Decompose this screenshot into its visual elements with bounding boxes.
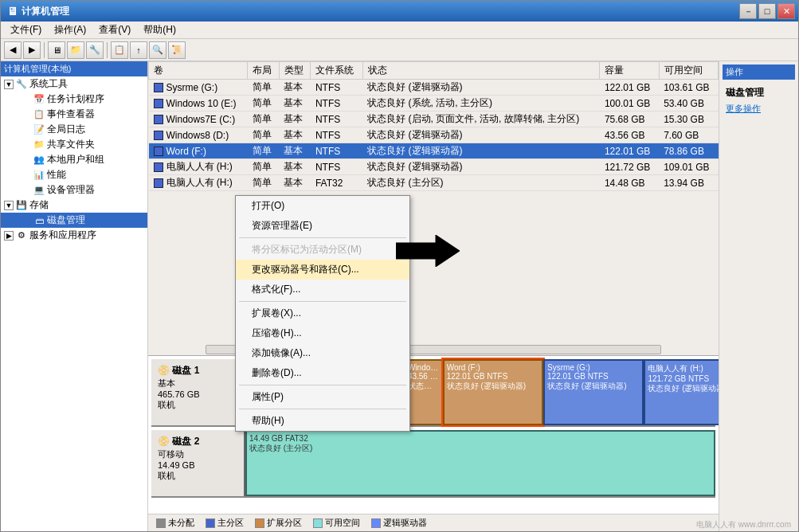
- context-menu-item[interactable]: 属性(P): [236, 387, 409, 407]
- context-menu-item[interactable]: 更改驱动器号和路径(C)...: [236, 260, 409, 280]
- col-status[interactable]: 状态: [362, 62, 600, 80]
- toolbar-btn5[interactable]: ↑: [130, 41, 147, 59]
- table-row[interactable]: Word (F:) 简单 基本 NTFS 状态良好 (逻辑驱动器) 122.01…: [149, 143, 719, 159]
- context-menu-item[interactable]: 帮助(H): [236, 411, 409, 431]
- action-header[interactable]: 操作: [723, 65, 795, 80]
- expand-services[interactable]: ▶: [4, 231, 14, 241]
- legend-extended: 扩展分区: [255, 517, 302, 529]
- partition-box[interactable]: Word (F:)122.01 GB NTFS状态良好 (逻辑驱动器): [443, 359, 543, 425]
- partition-box[interactable]: Sysrme (G:)122.01 GB NTFS状态良好 (逻辑驱动器): [543, 359, 644, 425]
- col-type[interactable]: 类型: [279, 62, 311, 80]
- shared-folders-icon: 📁: [33, 139, 45, 151]
- global-log-icon: 📝: [33, 123, 45, 136]
- toolbar-btn7[interactable]: 📜: [168, 41, 186, 59]
- tree-node-task-scheduler[interactable]: 📅 任务计划程序: [1, 92, 147, 107]
- menu-help[interactable]: 帮助(H): [137, 22, 182, 38]
- col-vol[interactable]: 卷: [149, 62, 248, 80]
- legend-free: 可用空间: [313, 517, 360, 529]
- col-fs[interactable]: 文件系统: [311, 62, 362, 80]
- context-menu-item[interactable]: 压缩卷(H)...: [236, 323, 409, 343]
- disk-table-area: 卷 布局 类型 文件系统 状态 容量 可用空间 Sysrme (G:) 简单 基…: [148, 61, 719, 343]
- disk-name: 📀 磁盘 2: [158, 435, 237, 448]
- tree-node-global-log[interactable]: 📝 全局日志: [1, 122, 147, 137]
- col-capacity[interactable]: 容量: [600, 62, 659, 80]
- cell-vol: Sysrme (G:): [149, 80, 248, 96]
- maximize-button[interactable]: □: [758, 3, 776, 19]
- more-actions-link[interactable]: 更多操作: [723, 101, 795, 116]
- cell-capacity: 14.48 GB: [600, 175, 659, 191]
- context-menu-item[interactable]: 打开(O): [236, 196, 409, 216]
- context-menu-item[interactable]: 格式化(F)...: [236, 280, 409, 299]
- tree-node-performance[interactable]: 📊 性能: [1, 167, 147, 182]
- cell-type: 基本: [279, 159, 311, 175]
- context-menu-item[interactable]: 扩展卷(X)...: [236, 303, 409, 323]
- cell-layout: 简单: [248, 159, 280, 175]
- partition-box[interactable]: 电脑人人有 (H:)121.72 GB NTFS状态良好 (逻辑驱动器): [644, 359, 719, 425]
- legend-free-label: 可用空间: [325, 517, 360, 529]
- cell-status: 状态良好 (逻辑驱动器): [362, 80, 600, 96]
- toolbar-sep1: [44, 42, 45, 58]
- tree-node-device-manager[interactable]: 💻 设备管理器: [1, 182, 147, 198]
- table-row[interactable]: Windows8 (D:) 简单 基本 NTFS 状态良好 (逻辑驱动器) 43…: [149, 127, 719, 143]
- cell-fs: FAT32: [311, 175, 362, 191]
- tree-node-shared-folders[interactable]: 📁 共享文件夹: [1, 137, 147, 152]
- toolbar-btn6[interactable]: 🔍: [149, 41, 166, 59]
- toolbar: ◀ ▶ 🖥 📁 🔧 📋 ↑ 🔍 📜: [1, 39, 798, 61]
- arrow-indicator: [396, 235, 460, 267]
- tree-node-event-viewer[interactable]: 📋 事件查看器: [1, 107, 147, 122]
- tree-node-services[interactable]: ▶ ⚙ 服务和应用程序: [1, 228, 147, 243]
- legend-primary-color: [206, 518, 215, 528]
- cell-fs: NTFS: [311, 80, 362, 96]
- tree-node-storage[interactable]: ▼ 💾 存储: [1, 198, 147, 213]
- context-menu-item[interactable]: 资源管理器(E): [236, 216, 409, 236]
- storage-label: 存储: [29, 198, 49, 212]
- expand-system-tools[interactable]: ▼: [4, 80, 14, 89]
- partition-box[interactable]: 14.49 GB FAT32状态良好 (主分区): [245, 430, 715, 496]
- cell-capacity: 122.01 GB: [600, 143, 659, 159]
- legend-free-color: [313, 518, 323, 528]
- local-users-label: 本地用户和组: [47, 153, 104, 166]
- horizontal-scrollbar[interactable]: [148, 343, 719, 356]
- system-tools-icon: 🔧: [15, 78, 28, 91]
- context-menu-item: 将分区标记为活动分区(M): [236, 240, 409, 260]
- cell-layout: 简单: [248, 111, 280, 127]
- cell-free: 13.94 GB: [659, 175, 718, 191]
- cell-capacity: 100.01 GB: [600, 96, 659, 111]
- disk-status: 联机: [158, 470, 237, 482]
- menu-action[interactable]: 操作(A): [48, 22, 92, 38]
- toolbar-forward[interactable]: ▶: [23, 41, 41, 59]
- minimize-button[interactable]: －: [739, 3, 757, 19]
- toolbar-back[interactable]: ◀: [4, 41, 22, 59]
- tree-node-disk-management[interactable]: 🗃 磁盘管理: [1, 213, 147, 228]
- tree-node-system-tools[interactable]: ▼ 🔧 系统工具: [1, 76, 147, 92]
- cell-vol: Windows8 (D:): [149, 127, 248, 143]
- menu-file[interactable]: 文件(F): [4, 22, 48, 38]
- close-button[interactable]: ✕: [777, 3, 795, 19]
- legend-bar: 未分配 主分区 扩展分区 可用空间: [148, 514, 719, 531]
- toolbar-btn3[interactable]: 🔧: [86, 41, 104, 59]
- svg-marker-0: [396, 235, 460, 267]
- table-row[interactable]: Sysrme (G:) 简单 基本 NTFS 状态良好 (逻辑驱动器) 122.…: [149, 80, 719, 96]
- menu-view[interactable]: 查看(V): [92, 22, 137, 38]
- cell-layout: 简单: [248, 143, 280, 159]
- expand-storage[interactable]: ▼: [4, 201, 14, 210]
- cell-layout: 简单: [248, 175, 280, 191]
- menu-bar: 文件(F) 操作(A) 查看(V) 帮助(H): [1, 22, 798, 39]
- toolbar-btn1[interactable]: 🖥: [48, 41, 65, 59]
- cell-free: 15.30 GB: [659, 111, 718, 127]
- window-title: 🖥 计算机管理: [4, 5, 69, 18]
- toolbar-btn4[interactable]: 📋: [111, 41, 128, 59]
- tree-node-local-users[interactable]: 👥 本地用户和组: [1, 152, 147, 167]
- cell-status: 状态良好 (系统, 活动, 主分区): [362, 96, 600, 111]
- table-row[interactable]: 电脑人人有 (H:) 简单 基本 FAT32 状态良好 (主分区) 14.48 …: [149, 175, 719, 191]
- col-free[interactable]: 可用空间: [659, 62, 718, 80]
- table-row[interactable]: Windows7E (C:) 简单 基本 NTFS 状态良好 (启动, 页面文件…: [149, 111, 719, 127]
- legend-unallocated-color: [156, 518, 166, 528]
- col-layout[interactable]: 布局: [248, 62, 280, 80]
- table-row[interactable]: 电脑人人有 (H:) 简单 基本 NTFS 状态良好 (逻辑驱动器) 121.7…: [149, 159, 719, 175]
- context-menu-item[interactable]: 删除卷(D)...: [236, 363, 409, 383]
- table-row[interactable]: Windows 10 (E:) 简单 基本 NTFS 状态良好 (系统, 活动,…: [149, 96, 719, 111]
- toolbar-sep2: [107, 42, 108, 58]
- toolbar-btn2[interactable]: 📁: [67, 41, 84, 59]
- context-menu-item[interactable]: 添加镜像(A)...: [236, 343, 409, 363]
